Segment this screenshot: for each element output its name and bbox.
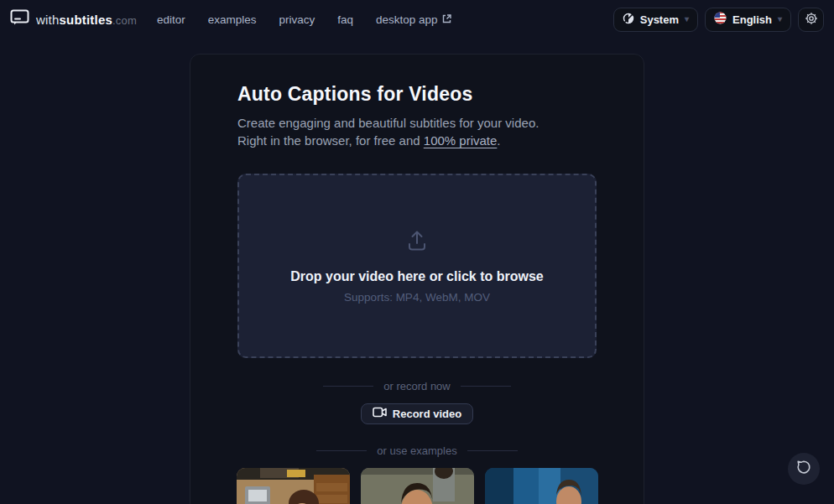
private-link[interactable]: 100% private [424,133,498,148]
dropzone-supported-formats: Supports: MP4, WebM, MOV [344,291,490,304]
chat-widget-button[interactable] [788,453,820,485]
upload-tray-icon [404,228,430,257]
example-video-3[interactable] [485,468,598,504]
theme-selector[interactable]: System ▾ [613,8,698,32]
nav-link-editor[interactable]: editor [157,13,185,26]
site-logo[interactable]: withsubtitles.com [10,9,137,29]
nav-link-desktop-app[interactable]: desktop app [376,13,451,26]
example-video-1[interactable] [237,468,350,504]
nav-link-examples[interactable]: examples [208,13,257,26]
chevron-down-icon: ▾ [685,15,689,23]
main-card: Auto Captions for Videos Create engaging… [190,54,644,504]
nav-link-privacy[interactable]: privacy [279,13,315,26]
gear-icon [805,12,818,28]
language-selector[interactable]: English ▾ [705,8,791,32]
subtitled-screen-icon [10,9,29,29]
record-video-button[interactable]: Record video [361,403,473,424]
settings-button[interactable] [798,8,824,32]
example-videos [237,468,597,504]
example-video-2[interactable] [361,468,474,504]
page-subtitle: Create engaging and beautiful subtitles … [237,114,597,150]
video-camera-icon [373,407,387,420]
main-nav: editor examples privacy faq desktop app [157,13,451,26]
chat-bubble-icon [795,459,812,479]
chevron-down-icon: ▾ [778,15,782,23]
us-flag-icon [714,12,727,27]
nav-link-faq[interactable]: faq [337,13,353,26]
dropzone-headline: Drop your video here or click to browse [290,269,543,284]
theme-contrast-icon [623,13,634,27]
top-navbar: withsubtitles.com editor examples privac… [0,0,834,39]
header-actions: System ▾ English ▾ [613,8,824,32]
external-link-icon [442,13,451,26]
record-divider: or record now [237,380,597,392]
page-title: Auto Captions for Videos [237,83,597,106]
examples-divider: or use examples [237,444,597,457]
site-name: withsubtitles.com [36,13,137,27]
video-dropzone[interactable]: Drop your video here or click to browse … [237,174,597,358]
